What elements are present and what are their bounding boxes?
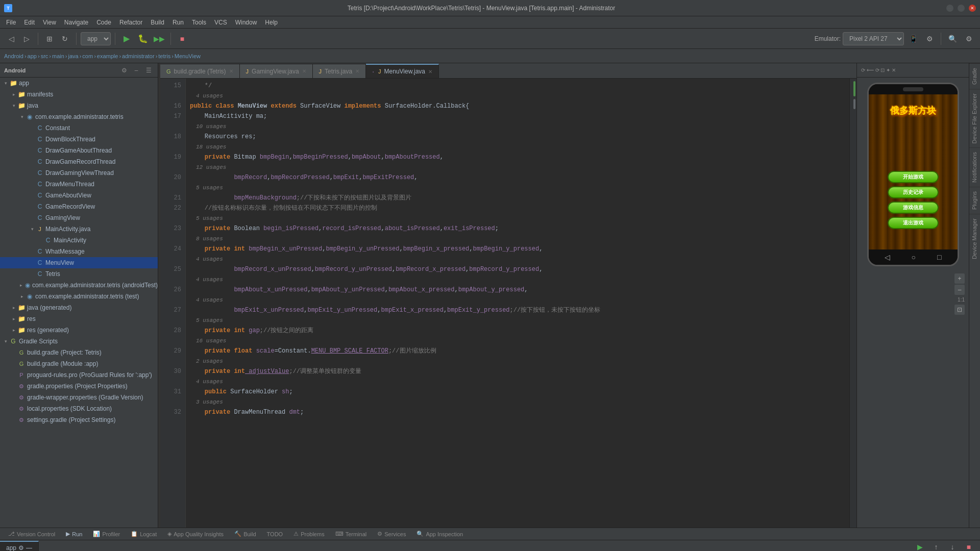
right-side-plugins[interactable]: Plugins [969,187,980,214]
device-btn-record[interactable]: 历史记录 [888,186,939,198]
sdk-manager-button[interactable]: ⚙ [922,32,937,46]
breadcrumb-main[interactable]: main [52,53,64,59]
tab-profiler[interactable]: 📊 Profiler [89,528,125,540]
tree-item-settings-gradle[interactable]: ⚙ settings.gradle (Project Settings) [0,414,158,425]
breadcrumb-src[interactable]: src [41,53,48,59]
tree-item-gradle-scripts[interactable]: ▾ G Gradle Scripts [0,336,158,347]
tree-item-drawgamerecordthread[interactable]: C DrawGameRecordThread [0,156,158,167]
tree-item-build-gradle-app[interactable]: G build.gradle (Module :app) [0,358,158,369]
tab-app-inspection[interactable]: 🔍 App Inspection [412,528,468,540]
tree-item-manifests[interactable]: ▸ 📁 manifests [0,89,158,100]
tree-item-gamerecordview[interactable]: C GameRecordView [0,201,158,212]
tree-item-build-gradle-project[interactable]: G build.gradle (Project: Tetris) [0,347,158,358]
tab-close-menuview[interactable]: ✕ [428,69,432,74]
tree-item-downblockthread[interactable]: C DownBlockThread [0,134,158,145]
run-up-button[interactable]: ↑ [929,540,943,551]
run-stop-button[interactable]: ■ [962,540,976,551]
scroll-bar[interactable] [849,79,856,528]
tab-build[interactable]: 🔨 Build [230,528,260,540]
menu-run[interactable]: Run [168,16,188,28]
breadcrumb-java[interactable]: java [68,53,78,59]
menu-view[interactable]: View [39,16,60,28]
device-selector[interactable]: Pixel 2 API 27 [843,32,904,45]
tab-terminal[interactable]: ⌨ Terminal [331,528,372,540]
right-side-gradle[interactable]: Gradle [969,63,980,89]
zoom-out-button[interactable]: – [954,285,965,295]
tree-item-java-generated[interactable]: ▸ 📁 java (generated) [0,302,158,313]
menu-help[interactable]: Help [261,16,282,28]
tab-services[interactable]: ⚙ Services [373,528,410,540]
tab-run[interactable]: ▶ Run [62,528,87,540]
tree-item-gradle-wrapper[interactable]: ⚙ gradle-wrapper.properties (Gradle Vers… [0,392,158,403]
breadcrumb-app[interactable]: app [28,53,37,59]
breadcrumb-tetris[interactable]: tetris [158,53,170,59]
back-button[interactable]: ◁ [4,32,18,46]
sync-button[interactable]: ↻ [58,32,72,46]
settings-button[interactable]: ⚙ [962,32,976,46]
tab-app-quality-insights[interactable]: ◈ App Quality Insights [163,528,228,540]
code-content[interactable]: */ 4 usages public class MenuView extend… [186,79,849,528]
stop-button[interactable]: ■ [175,32,189,46]
tab-build-gradle[interactable]: G build.gradle (Tetris) ✕ [160,64,240,78]
tree-item-proguard[interactable]: P proguard-rules.pro (ProGuard Rules for… [0,369,158,381]
tree-item-res-generated[interactable]: ▸ 📁 res (generated) [0,324,158,336]
run-button[interactable]: ▶▶ [152,32,166,46]
menu-navigate[interactable]: Navigate [60,16,92,28]
debug-button[interactable]: 🐛 [136,32,150,46]
tree-item-app[interactable]: ▾ 📁 app [0,78,158,89]
tab-close-tetris[interactable]: ✕ [355,68,359,74]
tree-item-package[interactable]: ▾ ◉ com.example.administrator.tetris [0,111,158,122]
tree-item-mainactivity-java[interactable]: ▾ J MainActivity.java [0,223,158,235]
project-structure-button[interactable]: ⊞ [42,32,57,46]
forward-button[interactable]: ▷ [19,32,34,46]
tab-tetris[interactable]: J Tetris.java ✕ [313,64,366,78]
tree-item-whatmessage[interactable]: C WhatMessage [0,246,158,257]
device-btn-exit[interactable]: 退出游戏 [888,217,939,229]
tree-item-gameaboutview[interactable]: C GameAboutView [0,190,158,201]
device-back-btn[interactable]: ◁ [885,253,890,261]
run-debug-button[interactable]: ▶ [119,32,134,46]
device-btn-about[interactable]: 游戏信息 [888,202,939,214]
menu-code[interactable]: Code [92,16,115,28]
breadcrumb-android[interactable]: Android [4,53,23,59]
tab-todo[interactable]: TODO [263,528,288,540]
menu-build[interactable]: Build [146,16,168,28]
avd-manager-button[interactable]: 📱 [906,32,920,46]
breadcrumb-menuview[interactable]: MenuView [175,53,201,59]
tab-gamingview[interactable]: J GamingView.java ✕ [240,64,313,78]
tab-logcat[interactable]: 📋 Logcat [127,528,161,540]
breadcrumb-com[interactable]: com [82,53,93,59]
tree-item-mainactivity[interactable]: C MainActivity [0,235,158,246]
tree-item-constant[interactable]: C Constant [0,122,158,134]
tree-item-drawgamingviewthread[interactable]: C DrawGamingViewThread [0,167,158,179]
tab-menuview[interactable]: · J MenuView.java ✕ [366,64,439,78]
maximize-button[interactable]: □ [958,5,965,12]
device-home-btn[interactable]: ○ [912,253,916,261]
menu-tools[interactable]: Tools [188,16,210,28]
menu-vcs[interactable]: VCS [210,16,231,28]
tree-item-tetris[interactable]: C Tetris [0,268,158,280]
app-selector[interactable]: app [81,32,111,45]
project-settings-button[interactable]: ☰ [143,65,154,76]
device-recent-btn[interactable]: □ [937,253,941,261]
project-options-button[interactable]: ⚙ [119,65,129,76]
tree-item-drawmenuthread[interactable]: C DrawMenuThread [0,179,158,190]
minimize-button[interactable]: ─ [946,5,953,12]
tab-close-gamingview[interactable]: ✕ [302,68,306,74]
window-controls[interactable]: ─ □ ✕ [946,5,976,12]
run-tab-header[interactable]: app ⚙ — [0,541,39,551]
tab-version-control[interactable]: ⎇ Version Control [4,528,60,540]
right-side-device-file-explorer[interactable]: Device File Explorer [969,89,980,147]
tree-item-test[interactable]: ▸ ◉ com.example.administrator.tetris (te… [0,291,158,302]
run-restart-button[interactable]: ▶ [913,540,927,551]
menu-window[interactable]: Window [231,16,261,28]
menu-file[interactable]: File [2,16,20,28]
tree-item-local-properties[interactable]: ⚙ local.properties (SDK Location) [0,403,158,414]
search-button[interactable]: 🔍 [945,32,960,46]
run-down-button[interactable]: ↓ [945,540,960,551]
zoom-in-button[interactable]: + [954,273,965,284]
menu-refactor[interactable]: Refactor [115,16,146,28]
zoom-fit-button[interactable]: ⊡ [954,305,965,315]
breadcrumb-example[interactable]: example [97,53,118,59]
close-button[interactable]: ✕ [969,5,976,12]
